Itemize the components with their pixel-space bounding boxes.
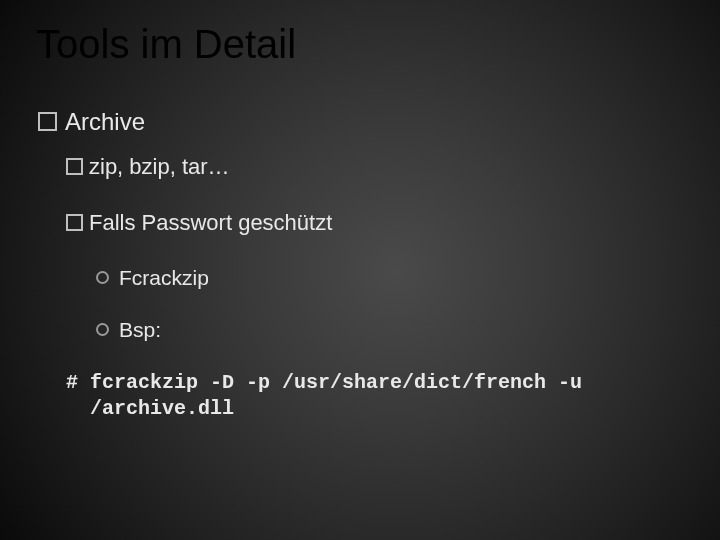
bullet-fcrackzip-label: Fcrackzip: [119, 266, 209, 289]
square-bullet-icon: [38, 112, 57, 131]
bullet-fcrackzip: Fcrackzip: [96, 266, 690, 290]
slide-body: Archive zip, bzip, tar… Falls Passwort g…: [38, 108, 690, 422]
slide-title: Tools im Detail: [36, 22, 296, 67]
bullet-bsp: Bsp:: [96, 318, 690, 342]
bullet-zip-bzip-tar: zip, bzip, tar…: [66, 154, 690, 180]
square-bullet-icon: [66, 158, 83, 175]
bullet-passwort: Falls Passwort geschützt: [66, 210, 690, 236]
bullet-zip-label: zip, bzip, tar…: [89, 154, 230, 179]
code-example: # fcrackzip -D -p /usr/share/dict/french…: [66, 370, 690, 422]
circle-bullet-icon: [96, 323, 109, 336]
square-bullet-icon: [66, 214, 83, 231]
bullet-archive: Archive: [38, 108, 690, 136]
bullet-passwort-label: Falls Passwort geschützt: [89, 210, 332, 235]
bullet-archive-label: Archive: [65, 108, 145, 135]
circle-bullet-icon: [96, 271, 109, 284]
bullet-bsp-label: Bsp:: [119, 318, 161, 341]
